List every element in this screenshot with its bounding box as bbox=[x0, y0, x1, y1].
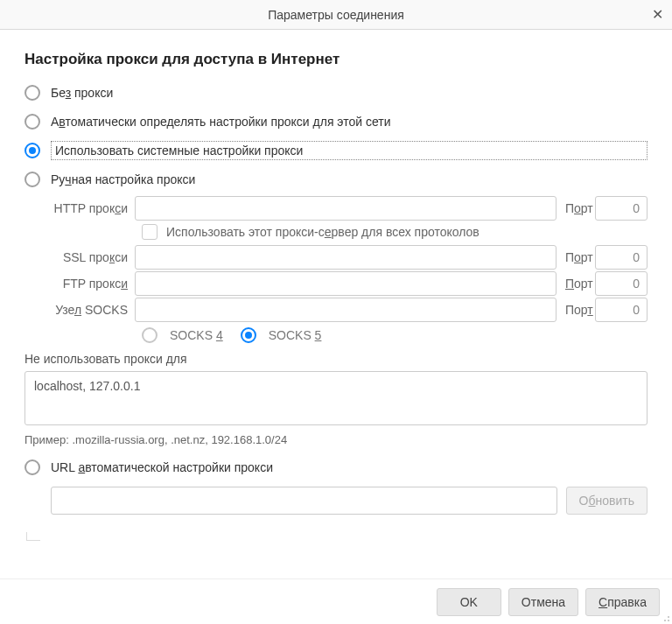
no-proxy-for-textarea[interactable] bbox=[24, 371, 648, 425]
share-proxy-label[interactable]: Использовать этот прокси-сервер для всех… bbox=[166, 225, 480, 239]
dialog-title: Параметры соединения bbox=[268, 8, 404, 22]
radio-auto-detect[interactable] bbox=[24, 114, 40, 130]
ssl-proxy-label: SSL прокси bbox=[51, 250, 135, 264]
ftp-proxy-label: FTP прокси bbox=[51, 277, 135, 291]
radio-no-proxy[interactable] bbox=[24, 85, 40, 101]
cancel-button[interactable]: Отмена bbox=[508, 588, 578, 616]
ftp-port-input[interactable] bbox=[595, 271, 648, 296]
socks-port-label: Порт bbox=[556, 303, 595, 317]
ok-button[interactable]: OK bbox=[437, 588, 501, 616]
radio-system-proxy-label[interactable]: Использовать системные настройки прокси bbox=[51, 141, 648, 160]
ftp-proxy-input[interactable] bbox=[135, 271, 556, 296]
radio-manual[interactable] bbox=[24, 172, 40, 187]
close-icon[interactable]: ✕ bbox=[652, 8, 663, 22]
help-button[interactable]: Справка bbox=[585, 588, 660, 616]
radio-no-proxy-label[interactable]: Без прокси bbox=[51, 86, 113, 100]
http-port-label: Порт bbox=[556, 201, 595, 215]
radio-socks5-label[interactable]: SOCKS 5 bbox=[269, 328, 322, 342]
ssl-port-input[interactable] bbox=[595, 245, 648, 270]
socks-host-label: Узел SOCKS bbox=[51, 303, 135, 317]
truncated-item bbox=[26, 532, 40, 541]
share-proxy-checkbox[interactable] bbox=[142, 224, 158, 240]
ftp-port-label: Порт bbox=[556, 277, 595, 291]
manual-proxy-fields: HTTP прокси Порт Использовать этот прокс… bbox=[51, 196, 648, 446]
socks-host-input[interactable] bbox=[135, 298, 556, 322]
http-port-input[interactable] bbox=[595, 196, 648, 221]
no-proxy-example: Пример: .mozilla-russia.org, .net.nz, 19… bbox=[24, 433, 648, 446]
dialog-content: Настройка прокси для доступа в Интернет … bbox=[0, 30, 672, 578]
http-proxy-input[interactable] bbox=[135, 196, 556, 221]
ssl-port-label: Порт bbox=[556, 250, 595, 264]
resize-grip-icon[interactable] bbox=[661, 613, 669, 621]
radio-manual-label[interactable]: Ручная настройка прокси bbox=[51, 172, 195, 186]
socks-port-input[interactable] bbox=[595, 298, 648, 322]
section-heading: Настройка прокси для доступа в Интернет bbox=[24, 51, 648, 68]
http-proxy-label: HTTP прокси bbox=[51, 201, 135, 215]
radio-socks4-label[interactable]: SOCKS 4 bbox=[170, 328, 223, 342]
dialog-footer: OK Отмена Справка bbox=[0, 578, 672, 624]
radio-auto-detect-label[interactable]: Автоматически определять настройки прокс… bbox=[51, 115, 391, 129]
radio-auto-url-label[interactable]: URL автоматической настройки прокси bbox=[51, 460, 273, 474]
auto-config-url-input[interactable] bbox=[51, 487, 557, 515]
no-proxy-for-label: Не использовать прокси для bbox=[24, 352, 648, 366]
radio-socks4[interactable] bbox=[142, 327, 158, 343]
dialog-titlebar: Параметры соединения ✕ bbox=[0, 0, 672, 30]
reload-button[interactable]: Обновить bbox=[566, 487, 648, 515]
ssl-proxy-input[interactable] bbox=[135, 245, 556, 270]
radio-system-proxy[interactable] bbox=[24, 143, 40, 158]
radio-socks5[interactable] bbox=[241, 327, 256, 343]
radio-auto-url[interactable] bbox=[24, 459, 40, 475]
